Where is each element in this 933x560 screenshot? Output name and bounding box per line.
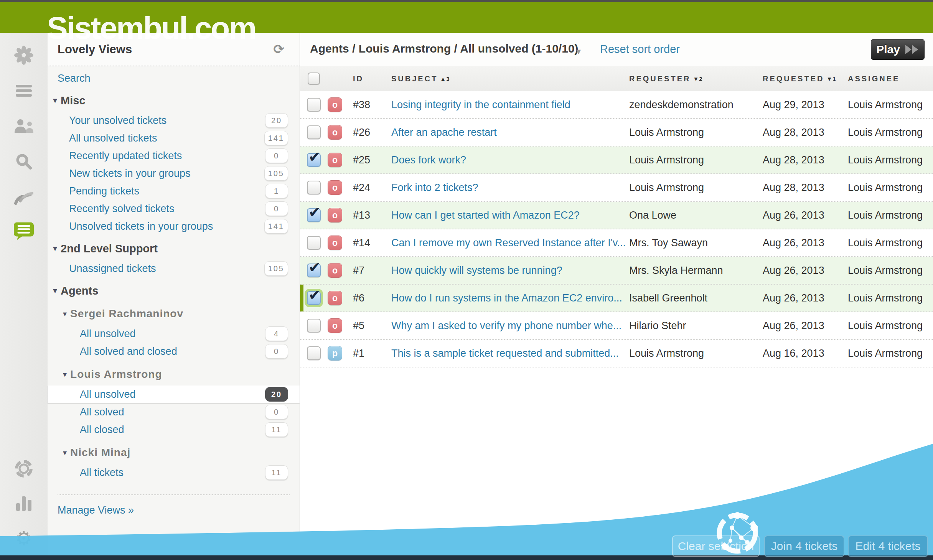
view-link[interactable]: All unsolved (80, 328, 136, 340)
search-link[interactable]: Search (58, 72, 91, 84)
view-count-badge: 1 (265, 184, 288, 198)
status-cell: o (328, 208, 350, 222)
search-icon[interactable] (14, 152, 34, 172)
views-icon-active[interactable] (14, 221, 34, 241)
table-row[interactable]: o#14Can I remove my own Reserved Instanc… (300, 229, 933, 257)
view-link[interactable]: All solved and closed (80, 346, 177, 357)
play-button[interactable]: Play (871, 39, 925, 60)
view-item[interactable]: Recently updated tickets0 (48, 147, 300, 165)
column-id[interactable]: ID (350, 74, 388, 83)
view-item[interactable]: All solved0 (48, 403, 300, 421)
ticket-subject-link[interactable]: Can I remove my own Reserved Instance af… (391, 237, 626, 249)
column-assignee[interactable]: ASSIGNEE (845, 74, 933, 83)
table-row[interactable]: o#26After an apache restartLouis Armstro… (300, 119, 933, 147)
view-link[interactable]: All tickets (80, 467, 124, 479)
ticket-subject-link[interactable]: Does fork work? (391, 154, 466, 166)
view-link[interactable]: All closed (80, 424, 124, 436)
table-row[interactable]: o#6How do I run systems in the Amazon EC… (300, 285, 933, 312)
view-link[interactable]: Unassigned tickets (69, 263, 156, 275)
view-link[interactable]: Recently updated tickets (69, 150, 182, 162)
ticket-subject-link[interactable]: How do I run systems in the Amazon EC2 e… (391, 292, 622, 304)
join-tickets-button[interactable]: Join 4 tickets (764, 535, 844, 557)
view-item[interactable]: All unsolved4 (48, 325, 300, 343)
help-icon[interactable] (14, 459, 34, 479)
ticket-subject-link[interactable]: How quickly will systems be running? (391, 265, 562, 276)
table-row[interactable]: o#24Fork into 2 tickets?Louis ArmstrongA… (300, 174, 933, 202)
view-count-badge: 141 (264, 131, 288, 145)
view-item[interactable]: All unsolved20 (48, 385, 300, 403)
view-item[interactable]: Unsolved tickets in your groups141 (48, 217, 300, 235)
agent-group-header[interactable]: ▾Louis Armstrong (48, 366, 300, 383)
view-count-badge: 0 (265, 405, 288, 419)
view-item[interactable]: Pending tickets1 (48, 182, 300, 200)
view-item[interactable]: All unsolved tickets141 (48, 129, 300, 147)
view-count-badge: 4 (265, 326, 288, 341)
row-checkbox[interactable] (307, 319, 321, 333)
reset-sort-order-link[interactable]: Reset sort order (600, 43, 680, 56)
manage-views-link[interactable]: Manage Views » (58, 504, 134, 516)
manage-views-item[interactable]: Manage Views » (48, 501, 300, 519)
view-item[interactable]: Unassigned tickets105 (48, 260, 300, 277)
view-item[interactable]: New tickets in your groups105 (48, 165, 300, 182)
ticket-subject-link[interactable]: Losing integrity in the containment fiel… (391, 99, 570, 110)
view-link[interactable]: All unsolved tickets (69, 132, 157, 144)
table-row[interactable]: o#25Does fork work?Louis ArmstrongAug 28… (300, 147, 933, 174)
view-section-header[interactable]: ▾Misc (48, 92, 300, 109)
settings-gear-icon[interactable]: ⚙ (14, 529, 34, 548)
table-row[interactable]: o#38Losing integrity in the containment … (300, 91, 933, 119)
row-checkbox[interactable] (307, 153, 321, 167)
reports-icon[interactable] (14, 493, 34, 513)
column-subject[interactable]: SUBJECT▲3 (388, 74, 626, 83)
row-checkbox[interactable] (307, 264, 321, 277)
status-cell: o (328, 263, 350, 278)
view-item[interactable]: All solved and closed0 (48, 343, 300, 360)
row-checkbox[interactable] (307, 98, 321, 112)
requester-cell: Louis Armstrong (626, 154, 760, 166)
table-row[interactable]: p#1This is a sample ticket requested and… (300, 340, 933, 367)
breadcrumb-caret-icon[interactable]: ▾ (576, 46, 581, 57)
row-checkbox[interactable] (307, 208, 321, 222)
view-link[interactable]: Recently solved tickets (69, 203, 175, 215)
select-all-checkbox[interactable] (308, 72, 320, 85)
view-section-header[interactable]: ▾Agents (48, 282, 300, 300)
edit-tickets-button[interactable]: Edit 4 tickets (848, 535, 928, 557)
channels-icon[interactable] (14, 186, 34, 206)
view-item[interactable]: Your unsolved tickets20 (48, 112, 300, 129)
ticket-subject-link[interactable]: After an apache restart (391, 127, 497, 138)
ticket-subject-link[interactable]: How can I get started with Amazon EC2? (391, 209, 580, 221)
row-checkbox[interactable] (307, 181, 321, 194)
column-requester[interactable]: REQUESTER▼2 (626, 74, 760, 83)
zendesk-logo-icon[interactable] (14, 45, 34, 65)
assignee-cell: Louis Armstrong (845, 237, 933, 249)
sort-indicator: ▲3 (440, 76, 450, 82)
clear-selection-button[interactable]: Clear selection (672, 535, 760, 557)
table-row[interactable]: o#7How quickly will systems be running?M… (300, 257, 933, 285)
table-row[interactable]: o#5Why am I asked to verify my phone num… (300, 312, 933, 340)
view-link[interactable]: All unsolved (80, 389, 136, 400)
row-checkbox[interactable] (307, 346, 321, 360)
ticket-subject-link[interactable]: This is a sample ticket requested and su… (391, 348, 619, 359)
view-link[interactable]: Your unsolved tickets (69, 115, 166, 127)
row-checkbox[interactable] (307, 236, 321, 250)
view-link[interactable]: Pending tickets (69, 185, 139, 197)
agent-group-header[interactable]: ▾Sergei Rachmaninov (48, 305, 300, 323)
lists-icon[interactable] (14, 81, 34, 101)
view-item[interactable]: All tickets11 (48, 464, 300, 481)
ticket-subject-link[interactable]: Fork into 2 tickets? (391, 182, 478, 193)
views-search-item[interactable]: Search (48, 69, 300, 87)
row-checkbox[interactable] (307, 291, 321, 305)
view-count-badge: 11 (265, 422, 288, 437)
refresh-icon[interactable]: ⟳ (274, 41, 285, 57)
view-item[interactable]: All closed11 (48, 421, 300, 438)
view-link[interactable]: All solved (80, 406, 124, 418)
view-link[interactable]: Unsolved tickets in your groups (69, 221, 213, 232)
table-row[interactable]: o#13How can I get started with Amazon EC… (300, 202, 933, 229)
view-link[interactable]: New tickets in your groups (69, 168, 191, 180)
ticket-subject-link[interactable]: Why am I asked to verify my phone number… (391, 320, 621, 331)
view-section-header[interactable]: ▾2nd Level Support (48, 240, 300, 257)
agent-group-header[interactable]: ▾Nicki Minaj (48, 444, 300, 461)
view-item[interactable]: Recently solved tickets0 (48, 200, 300, 217)
people-icon[interactable] (14, 116, 34, 136)
column-requested[interactable]: REQUESTED▼1 (760, 74, 845, 83)
row-checkbox[interactable] (307, 125, 321, 139)
